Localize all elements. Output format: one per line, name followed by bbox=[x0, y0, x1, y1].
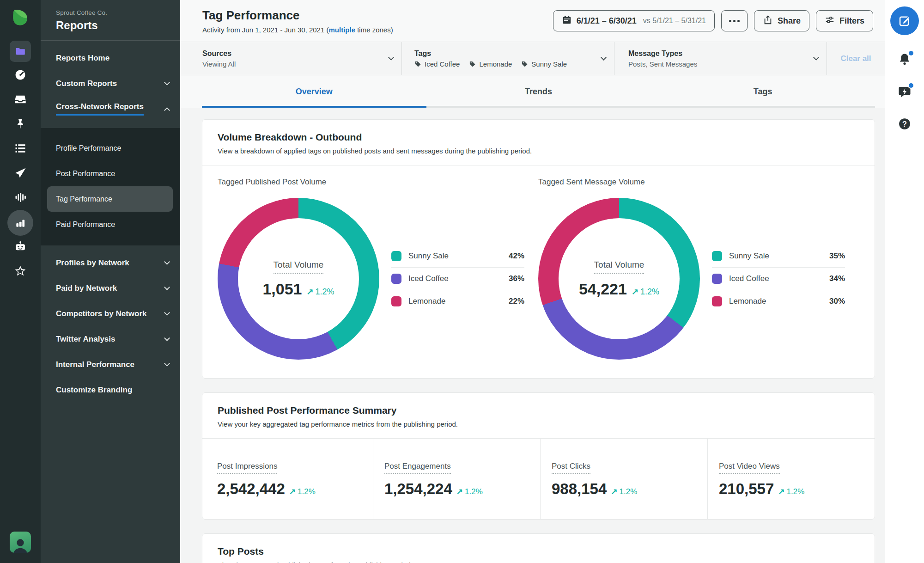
sidebar-item-label: Custom Reports bbox=[56, 79, 165, 88]
feedback-button[interactable] bbox=[896, 83, 913, 100]
tag-chip: Sunny Sale bbox=[521, 60, 567, 68]
sidebar-item-label: Tag Performance bbox=[56, 195, 112, 203]
sidebar-item-paid-by-network[interactable]: Paid by Network bbox=[41, 275, 180, 301]
star-icon bbox=[14, 264, 27, 279]
listening-button[interactable] bbox=[0, 186, 41, 210]
compose-button[interactable] bbox=[890, 6, 919, 35]
sidebar-item-label: Cross-Network Reports bbox=[56, 102, 144, 116]
message-types-filter[interactable]: Message Types Posts, Sent Messages bbox=[614, 42, 827, 75]
publishing-button[interactable] bbox=[0, 161, 41, 186]
sidebar-item-label: Profiles by Network bbox=[56, 258, 165, 268]
app-root: Sprout Coffee Co. Reports Reports Home C… bbox=[0, 0, 924, 563]
clear-all-button[interactable]: Clear all bbox=[827, 42, 885, 75]
sidebar-item-competitors-by-network[interactable]: Competitors by Network bbox=[41, 301, 180, 326]
chevron-down-icon bbox=[813, 55, 819, 61]
tags-filter[interactable]: Tags Iced Coffee Lemonade Sunny Sale bbox=[402, 42, 614, 75]
sidebar-item-paid-performance[interactable]: Paid Performance bbox=[41, 212, 180, 237]
top-posts-description: View the top tagged published posts from… bbox=[218, 561, 859, 563]
page-title: Tag Performance bbox=[202, 8, 393, 23]
user-avatar[interactable] bbox=[10, 532, 31, 553]
metric-value: 2,542,442 bbox=[217, 480, 285, 498]
compose-pencil-icon bbox=[898, 14, 911, 27]
sidebar-item-post-performance[interactable]: Post Performance bbox=[41, 161, 180, 186]
tag-chip-label: Iced Coffee bbox=[425, 60, 460, 68]
sidebar-item-customize-branding[interactable]: Customize Branding bbox=[41, 377, 180, 403]
sidebar-item-tag-performance-selected[interactable]: Tag Performance bbox=[47, 186, 173, 212]
sidebar-item-label: Customize Branding bbox=[56, 386, 169, 395]
legend-swatch bbox=[391, 296, 401, 306]
performance-summary-card: Published Post Performance Summary View … bbox=[202, 392, 875, 520]
sidebar-item-label: Profile Performance bbox=[56, 144, 121, 153]
share-icon bbox=[763, 15, 773, 27]
sidebar-item-reports-home[interactable]: Reports Home bbox=[41, 45, 180, 71]
feedback-badge bbox=[908, 82, 914, 89]
chevron-down-icon bbox=[164, 259, 170, 265]
multiple-timezones-link[interactable]: multiple bbox=[328, 26, 355, 34]
metric-value: 210,557 bbox=[719, 480, 774, 498]
help-button[interactable]: ? bbox=[896, 116, 913, 132]
legend-label: Iced Coffee bbox=[729, 274, 829, 283]
metric-value: 1,254,224 bbox=[384, 480, 452, 498]
pinned-button[interactable] bbox=[0, 112, 41, 137]
metric-label: Post Impressions bbox=[217, 462, 277, 474]
change-value: 1.2% bbox=[298, 487, 316, 496]
automation-button[interactable] bbox=[0, 235, 41, 259]
dashboard-button[interactable] bbox=[0, 63, 41, 88]
notifications-button[interactable] bbox=[896, 51, 913, 67]
tab-trends[interactable]: Trends bbox=[426, 75, 651, 108]
metric-label: Post Engagements bbox=[384, 462, 451, 474]
sidebar-item-custom-reports[interactable]: Custom Reports bbox=[41, 71, 180, 96]
sidebar-item-label: Post Performance bbox=[56, 170, 115, 178]
tag-chip: Iced Coffee bbox=[414, 60, 460, 68]
tab-overview[interactable]: Overview bbox=[202, 75, 426, 108]
date-range-button[interactable]: 6/1/21 – 6/30/21 vs 5/1/21 – 5/31/21 bbox=[553, 10, 715, 31]
sources-filter[interactable]: Sources Viewing All bbox=[180, 42, 402, 75]
reports-button-active[interactable] bbox=[0, 210, 41, 235]
sidebar-item-profiles-by-network[interactable]: Profiles by Network bbox=[41, 250, 180, 275]
sidebar-item-profile-performance[interactable]: Profile Performance bbox=[41, 135, 180, 161]
paper-plane-icon bbox=[14, 166, 27, 181]
tags-label: Tags bbox=[414, 49, 597, 58]
plan-button[interactable] bbox=[0, 39, 41, 63]
metric-label: Post Video Views bbox=[719, 462, 780, 474]
page-header-text: Tag Performance Activity from Jun 1, 202… bbox=[202, 8, 393, 34]
page-subtitle: Activity from Jun 1, 2021 - Jun 30, 2021… bbox=[202, 26, 393, 34]
inbox-button[interactable] bbox=[0, 88, 41, 112]
sidebar-item-cross-network-reports[interactable]: Cross-Network Reports bbox=[41, 96, 180, 122]
up-arrow-icon: ↗ bbox=[289, 487, 296, 496]
favorites-button[interactable] bbox=[0, 259, 41, 284]
metric-post-impressions: Post Impressions 2,542,442 ↗1.2% bbox=[202, 439, 373, 519]
metric-post-clicks: Post Clicks 988,154 ↗1.2% bbox=[540, 439, 707, 519]
legend-percent: 34% bbox=[829, 274, 845, 283]
tab-tags[interactable]: Tags bbox=[650, 75, 875, 108]
sidebar-item-label: Paid Performance bbox=[56, 220, 115, 229]
message-types-label: Message Types bbox=[628, 49, 809, 58]
change-value: 1.2% bbox=[465, 487, 483, 496]
up-arrow-icon: ↗ bbox=[611, 487, 617, 496]
tasks-button[interactable] bbox=[0, 137, 41, 161]
share-button[interactable]: Share bbox=[754, 10, 809, 31]
change-badge: ↗1.2% bbox=[611, 487, 637, 496]
waveform-icon bbox=[14, 191, 27, 206]
legend-row: Iced Coffee 34% bbox=[712, 267, 845, 290]
sidebar-item-twitter-analysis[interactable]: Twitter Analysis bbox=[41, 326, 180, 352]
sources-label: Sources bbox=[202, 49, 384, 58]
metric-value: 988,154 bbox=[552, 480, 607, 498]
more-options-button[interactable] bbox=[721, 10, 748, 31]
legend-percent: 35% bbox=[829, 251, 845, 261]
volume-breakdown-card: Volume Breakdown - Outbound View a break… bbox=[202, 119, 875, 379]
legend-swatch bbox=[712, 274, 722, 284]
sidebar-item-internal-performance[interactable]: Internal Performance bbox=[41, 352, 180, 377]
svg-text:?: ? bbox=[902, 120, 907, 128]
change-badge: ↗1.2% bbox=[456, 487, 483, 496]
sidebar-primary-group: Reports Home Custom Reports Cross-Networ… bbox=[41, 41, 180, 128]
summary-description: View your key aggregated tag performance… bbox=[218, 420, 859, 428]
tag-icon bbox=[521, 61, 528, 67]
date-range-primary: 6/1/21 – 6/30/21 bbox=[577, 16, 637, 26]
top-posts-header: Top Posts View the top tagged published … bbox=[202, 534, 875, 563]
summary-title: Published Post Performance Summary bbox=[218, 405, 859, 416]
sources-value: Viewing All bbox=[202, 60, 384, 68]
sidebar-item-label: Reports Home bbox=[56, 54, 169, 63]
legend-row: Lemonade 30% bbox=[712, 290, 845, 312]
filters-button[interactable]: Filters bbox=[816, 10, 873, 31]
